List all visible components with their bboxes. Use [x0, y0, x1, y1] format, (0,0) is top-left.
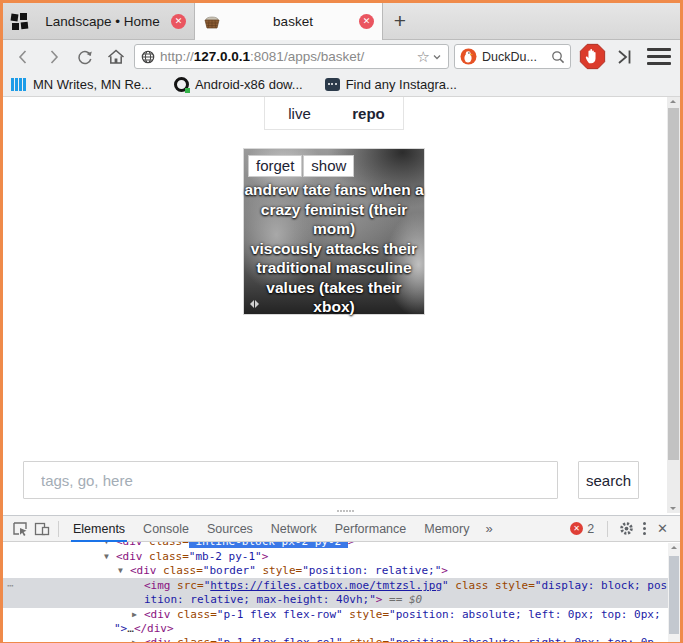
blue-bars-icon — [11, 78, 27, 91]
error-count: 2 — [587, 522, 594, 536]
more-tabs-chevron-icon[interactable]: » — [478, 521, 499, 536]
inspect-cursor-icon — [12, 521, 28, 537]
tab-bar: Landscape • Home ✕ basket ✕ + — [3, 3, 680, 40]
url-path: :8081/apps/basket/ — [250, 49, 364, 64]
devtools-tab-memory[interactable]: Memory — [415, 516, 478, 542]
bookmark-label: Find any Instagra... — [346, 77, 457, 92]
tab-title: Landscape • Home — [34, 14, 171, 29]
chevron-down-icon[interactable] — [432, 52, 442, 62]
sidebar-toggle-button[interactable] — [612, 44, 638, 70]
devtools-tab-sources[interactable]: Sources — [198, 516, 262, 542]
meme-text-line: traditional masculine — [244, 258, 424, 278]
node-row-flex[interactable]: ▶<div class="p-1 flex flex-row" style="p… — [3, 608, 680, 622]
twisty-icon[interactable]: ▼ — [104, 542, 116, 549]
url-bar[interactable]: http://127.0.0.1:8081/apps/basket/ ☆ — [134, 44, 449, 69]
devtools-tab-elements[interactable]: Elements — [64, 516, 134, 542]
devtools-scrollbar[interactable] — [668, 543, 680, 642]
device-toolbar-icon — [34, 521, 50, 537]
speech-bubble-icon — [325, 78, 340, 91]
home-button[interactable] — [103, 44, 129, 70]
search-engine-label: DuckDu... — [482, 50, 551, 64]
menu-icon[interactable] — [647, 48, 671, 65]
error-badge-icon[interactable]: ✕ — [570, 522, 583, 535]
more-options-icon[interactable] — [643, 521, 646, 536]
node-row-flex-wrap[interactable]: ">…</div> — [3, 622, 680, 636]
tab-landscape-home[interactable]: Landscape • Home ✕ — [3, 3, 195, 39]
node-row-border[interactable]: ▼<div class="border" style="position: re… — [3, 564, 680, 578]
sidebar-toggle-icon — [615, 48, 635, 66]
node-row-mb2[interactable]: ▼<div class="mb-2 py-1"> — [3, 550, 680, 564]
scroll-up-icon[interactable] — [671, 546, 677, 549]
forget-button[interactable]: forget — [248, 155, 302, 177]
meme-text-line: viscously attacks their — [244, 239, 424, 259]
bookmark-android-x86[interactable]: Android-x86 dow... — [174, 77, 303, 92]
close-tab-icon[interactable]: ✕ — [171, 14, 186, 29]
url-host: 127.0.0.1 — [194, 49, 250, 64]
url-scheme: http:// — [160, 49, 194, 64]
twisty-icon[interactable]: ▼ — [104, 550, 116, 564]
globe-icon — [141, 50, 155, 64]
reload-icon — [75, 47, 95, 67]
meme-caption: andrew tate fans when a crazy feminist (… — [244, 180, 424, 317]
inspect-element-button[interactable] — [9, 519, 31, 539]
node-row-img-selected[interactable]: ⋯ <img src="https://files.catbox.moe/tmt… — [3, 578, 680, 608]
devtools-splitter-handle[interactable] — [337, 510, 355, 512]
search-engine-box[interactable]: DuckDu... — [454, 44, 571, 69]
show-button[interactable]: show — [303, 155, 354, 177]
bookmark-instagram-finder[interactable]: Find any Instagra... — [325, 77, 457, 92]
browser-window: Landscape • Home ✕ basket ✕ + — [0, 0, 683, 643]
elements-tree: ▼<div class="inline-block px-2 py-2"> ▼<… — [3, 542, 680, 642]
star-icon[interactable]: ☆ — [417, 48, 430, 66]
page-scrollbar[interactable] — [667, 97, 680, 513]
back-button[interactable] — [10, 44, 36, 70]
search-button[interactable]: search — [578, 461, 639, 499]
meme-text-line: crazy feminist (their mom) — [244, 200, 424, 239]
close-tab-icon[interactable]: ✕ — [359, 14, 374, 29]
new-tab-button[interactable]: + — [383, 3, 417, 39]
clipped-node-row-bottom[interactable]: ▶<div class="p-1 flex flex-col" style="p… — [3, 636, 680, 642]
reload-button[interactable] — [72, 44, 98, 70]
tab-live[interactable]: live — [265, 97, 334, 129]
meme-text-line: values (takes their xbox) — [244, 278, 424, 317]
bookmark-mn-writes[interactable]: MN Writes, MN Re... — [11, 77, 152, 92]
tab-title: basket — [227, 14, 359, 29]
toolbar-divider — [607, 521, 608, 537]
close-devtools-icon[interactable]: ✕ — [657, 521, 668, 536]
twisty-icon[interactable]: ▶ — [132, 636, 144, 642]
devtools-panel: Elements Console Sources Network Perform… — [3, 515, 680, 642]
devtools-tab-network[interactable]: Network — [262, 516, 326, 542]
image-buttons: forget show — [248, 155, 355, 177]
scroll-up-icon[interactable] — [670, 100, 676, 103]
scrollbar-thumb[interactable] — [668, 108, 679, 460]
gear-icon[interactable] — [619, 521, 634, 536]
clipped-node-row[interactable]: ▼<div class="inline-block px-2 py-2"> — [3, 542, 680, 550]
bookmark-label: MN Writes, MN Re... — [33, 77, 152, 92]
magnifier-icon[interactable] — [551, 50, 565, 64]
page-content: live repo forget show andrew tate fans w… — [3, 97, 680, 515]
dollar-zero-marker: == $0 — [382, 593, 422, 606]
meme-image: forget show andrew tate fans when a craz… — [243, 148, 425, 315]
twisty-icon[interactable]: ▼ — [118, 564, 130, 578]
image-src-link[interactable]: https://files.catbox.moe/tmtzsl.jpg — [210, 579, 442, 592]
tags-search-input[interactable] — [23, 461, 558, 499]
tab-basket[interactable]: basket ✕ — [195, 3, 383, 40]
scrollbar-thumb[interactable] — [669, 556, 679, 634]
toolbar-divider — [58, 521, 59, 537]
adblock-button[interactable] — [577, 44, 607, 70]
tab-repo[interactable]: repo — [334, 97, 403, 129]
scroll-down-icon[interactable] — [670, 507, 676, 510]
duckduckgo-icon — [460, 48, 477, 65]
four-squares-icon — [11, 13, 28, 30]
url-text: http://127.0.0.1:8081/apps/basket/ — [160, 49, 415, 64]
forward-button[interactable] — [41, 44, 67, 70]
devtools-toolbar-right: ✕ 2 ✕ — [570, 521, 674, 537]
device-toolbar-button[interactable] — [31, 519, 53, 539]
node-options-icon[interactable]: ⋯ — [7, 579, 15, 593]
image-nav-arrows-icon — [246, 300, 263, 308]
devtools-toolbar: Elements Console Sources Network Perform… — [3, 516, 680, 542]
forward-icon — [45, 48, 63, 66]
devtools-tab-console[interactable]: Console — [134, 516, 198, 542]
twisty-icon[interactable]: ▶ — [132, 608, 144, 622]
devtools-tab-performance[interactable]: Performance — [326, 516, 416, 542]
adblock-stop-hand-icon — [579, 43, 606, 70]
